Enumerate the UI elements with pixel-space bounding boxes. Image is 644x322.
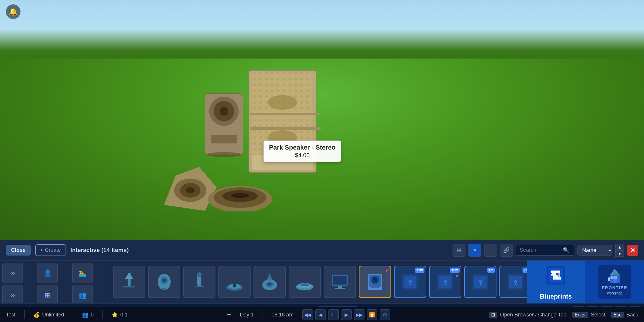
panel-content-row: ∞ 👤 🏊 ∞ ⊞ 👥 ⚙ ⋯ 🔄 👤 ↕ A ↔ 🏗 ⬆ 👤 ↕ ⊕ — [0, 261, 644, 303]
svg-text:?: ? — [408, 279, 412, 286]
nav-ff-btn[interactable]: ⏫ — [367, 309, 377, 320]
game-viewport: Park Speaker - Stereo $4.00 🔔 — [0, 0, 644, 240]
item-card-5[interactable] — [254, 266, 286, 298]
status-test: Test — [6, 312, 16, 318]
svg-rect-47 — [335, 288, 345, 289]
svg-rect-77 — [613, 279, 617, 283]
status-money: 💰 Unlimited — [33, 311, 64, 318]
svg-text:?: ? — [478, 279, 482, 286]
status-bar: Test 💰 Unlimited 👥 0 ⭐ 0.1 ☀ Day 1 08:18… — [0, 307, 644, 322]
item-card-blueprint-12m[interactable]: 12m ? — [394, 266, 426, 298]
search-input[interactable] — [520, 247, 561, 253]
blueprints-button[interactable]: 🏗 Blueprints — [527, 261, 585, 303]
sort-down-button[interactable]: ▼ — [615, 250, 624, 257]
item-card-2[interactable] — [148, 266, 180, 298]
status-right: ⊞ Open Browser / Change Tab Enter Select… — [489, 312, 638, 318]
create-button[interactable]: < Create — [35, 244, 66, 256]
guests-label: 0 — [91, 312, 94, 318]
nav-settings-btn[interactable]: ⚙ — [380, 309, 390, 320]
time-label: 08:18 am — [272, 312, 294, 318]
divider-2 — [73, 310, 73, 319]
svg-point-18 — [186, 187, 195, 193]
browser-hint: Open Browser / Change Tab — [500, 312, 566, 318]
tooltip-item-price: $4.00 — [269, 152, 335, 159]
nav-back-btn[interactable]: ◀◀ — [302, 309, 313, 320]
grid-icon-4[interactable]: ⊞ — [37, 285, 58, 303]
item-card-3[interactable] — [183, 266, 215, 298]
blueprints-icon: 🏗 — [544, 263, 568, 290]
status-rating: ⭐ 0.1 — [112, 311, 128, 318]
item-card-7[interactable] — [324, 266, 356, 298]
svg-point-43 — [300, 283, 309, 286]
nav-prev-btn[interactable]: ◀ — [315, 309, 326, 320]
svg-point-28 — [162, 279, 166, 282]
svg-rect-8 — [250, 127, 321, 130]
frontier-label: FRONTIER — [602, 285, 628, 290]
item-card-8-selected[interactable]: ♥ — [359, 266, 391, 298]
svg-rect-29 — [162, 288, 166, 290]
speakers-3d — [146, 64, 322, 211]
item-card-4[interactable] — [218, 266, 251, 298]
svg-point-36 — [233, 284, 236, 287]
esc-key: Esc — [611, 312, 624, 318]
svg-point-31 — [197, 272, 202, 277]
svg-point-12 — [220, 107, 228, 116]
blueprints-label: Blueprints — [540, 293, 572, 300]
tooltip-item-name: Park Speaker - Stereo — [269, 144, 335, 151]
item-card-blueprint-1m[interactable]: 1m ? — [464, 266, 496, 298]
nav-fast-btn[interactable]: ▶▶ — [354, 309, 364, 320]
search-icon: 🔍 — [563, 247, 569, 254]
item-card-1[interactable] — [113, 266, 145, 298]
grid-icon-1[interactable]: 👤 — [37, 263, 58, 283]
sort-dropdown[interactable]: Name Price Date — [577, 245, 612, 256]
star-icon: ⭐ — [112, 311, 118, 318]
panel-title: Interactive (14 Items) — [71, 247, 129, 254]
svg-rect-45 — [333, 276, 347, 285]
sort-up-button[interactable]: ▲ — [615, 244, 624, 250]
left-icon-grid: ∞ 👤 🏊 ∞ ⊞ 👥 ⚙ ⋯ 🔄 👤 ↕ A ↔ 🏗 ⬆ 👤 ↕ ⊕ — [0, 261, 108, 303]
svg-rect-24 — [123, 286, 135, 287]
divider-4 — [263, 310, 263, 319]
status-guests: 👥 0 — [82, 311, 94, 318]
svg-point-5 — [268, 95, 297, 110]
grid-icon-5[interactable]: 👥 — [72, 285, 93, 303]
day-label: Day 1 — [240, 312, 254, 318]
filter-row: ⊞ ♥ ≡ 🔗 🔍 Name Price Date ▲ ▼ ✕ — [453, 244, 638, 257]
svg-rect-7 — [250, 113, 321, 115]
sort-direction-buttons: ▲ ▼ — [615, 244, 624, 257]
svg-rect-52 — [371, 287, 379, 288]
grid-icon-3[interactable]: ∞ — [2, 285, 23, 303]
svg-rect-46 — [338, 286, 342, 288]
search-container: 🔍 — [516, 245, 574, 256]
notification-button[interactable]: 🔔 — [6, 4, 20, 19]
guests-icon: 👥 — [82, 311, 88, 318]
items-scroll-area[interactable]: ♥ 12m ? 16m ♥ ? 1m ? 2m ? 4m — [108, 261, 527, 303]
enter-key: Enter — [572, 312, 588, 318]
item-card-blueprint-16m[interactable]: 16m ♥ ? — [429, 266, 461, 298]
filter-link-btn[interactable]: 🔗 — [500, 244, 513, 257]
close-x-button[interactable]: ✕ — [627, 245, 638, 256]
close-button[interactable]: Close — [6, 245, 31, 256]
test-label: Test — [6, 312, 16, 318]
back-hint: Back — [626, 312, 638, 318]
svg-point-22 — [231, 193, 249, 198]
item-card-6[interactable] — [289, 266, 321, 298]
svg-rect-75 — [611, 276, 614, 279]
svg-rect-76 — [614, 276, 617, 279]
item-tooltip: Park Speaker - Stereo $4.00 — [263, 141, 341, 162]
filter-view-btn[interactable]: ⊞ — [453, 244, 465, 257]
grid-icon-0[interactable]: ∞ — [2, 263, 23, 283]
nav-pause-btn[interactable]: ⏸ — [328, 309, 339, 320]
grid-icon-2[interactable]: 🏊 — [72, 263, 93, 283]
svg-point-51 — [373, 278, 377, 282]
panel-top-bar: Close < Create Interactive (14 Items) ⊞ … — [0, 240, 644, 261]
select-hint: Select — [591, 312, 605, 318]
frontier-workshop-button[interactable]: FRONTIER workshop — [585, 261, 644, 303]
nav-play-btn[interactable]: ▶ — [341, 309, 352, 320]
workshop-label: workshop — [607, 291, 622, 295]
hint-select-text: Enter Select — [572, 312, 605, 318]
filter-heart-btn[interactable]: ♥ — [468, 244, 481, 257]
item-card-blueprint-2m[interactable]: 2m ? — [499, 266, 527, 298]
filter-list-btn[interactable]: ≡ — [484, 244, 497, 257]
browser-key: ⊞ — [489, 312, 497, 318]
